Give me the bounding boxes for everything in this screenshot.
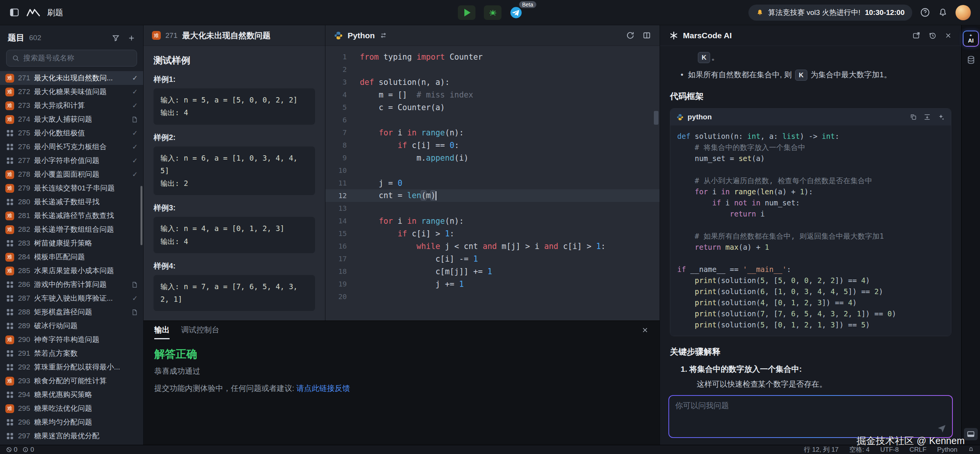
sidebar-actions	[112, 34, 136, 42]
problem-list-item[interactable]: 难281最长递减路径节点数查找	[0, 209, 143, 223]
sample-label: 样例4:	[154, 261, 315, 271]
run-button[interactable]	[458, 5, 475, 20]
telegram-button[interactable]	[510, 7, 522, 19]
cursor-position[interactable]: 行 12, 列 17	[804, 445, 839, 454]
problem-list-item[interactable]: 难273最大异或和计算✓	[0, 99, 143, 112]
problem-list-item[interactable]: 难293粮食分配的可能性计算	[0, 374, 143, 388]
history-icon[interactable]	[928, 31, 937, 40]
send-icon[interactable]	[937, 423, 947, 433]
problem-list-item[interactable]: 难282最长递增子数组组合问题	[0, 223, 143, 236]
ai-assistant-button[interactable]: ✦ AI	[963, 31, 979, 47]
problem-number: 297	[18, 432, 30, 440]
bug-icon	[488, 8, 497, 17]
code-text: c = Counter(a)	[360, 103, 445, 112]
split-view-button[interactable]	[642, 31, 651, 40]
code-line: 17 c[i] -= 1	[325, 252, 660, 265]
code-line: 7 for i in range(n):	[325, 126, 660, 139]
problem-list-item[interactable]: 289破冰行动问题	[0, 319, 143, 333]
problem-grid-icon	[5, 129, 14, 138]
problem-list-item[interactable]: 291禁若点方案数	[0, 347, 143, 360]
problem-list-item[interactable]: 276最小周长巧克力板组合✓	[0, 140, 143, 154]
problem-list-item[interactable]: 294糖果优惠购买策略	[0, 388, 143, 402]
switch-language-icon[interactable]	[379, 31, 387, 39]
problem-list-item[interactable]: 难279最长连续交替01子串问题	[0, 181, 143, 195]
debug-button[interactable]	[484, 5, 501, 20]
help-button[interactable]	[920, 7, 930, 18]
problem-list-item[interactable]: 难290神奇字符串构造问题	[0, 333, 143, 347]
code-editor[interactable]: 1from typing import Counter2 3def soluti…	[325, 46, 660, 321]
problem-list-item[interactable]: 275最小化数组极值✓	[0, 126, 143, 140]
beta-badge: Beta	[519, 1, 536, 8]
check-icon: ✓	[132, 129, 138, 137]
event-banner[interactable]: 算法竞技赛 vol3 火热进行中! 10:30-12:00	[748, 5, 912, 21]
sidebar-title: 题目	[8, 32, 24, 44]
problem-list-item[interactable]: 288矩形棋盘路径问题	[0, 305, 143, 319]
ai-prompt-box[interactable]	[668, 395, 953, 438]
tab-output[interactable]: 输出	[154, 321, 170, 339]
problem-list-item[interactable]: 292算珠重新分配以获得最小...	[0, 360, 143, 374]
problem-list-item[interactable]: 286游戏中的伤害计算问题	[0, 278, 143, 291]
problem-list-item[interactable]: 难272最大化糖果美味值问题✓	[0, 85, 143, 99]
problem-list-item[interactable]: 287火车驶入驶出顺序验证...✓	[0, 291, 143, 305]
search-box[interactable]	[6, 50, 137, 67]
problem-list-item[interactable]: 283树苗健康提升策略	[0, 236, 143, 250]
filter-button[interactable]	[112, 34, 120, 42]
sidebar-toggle-button[interactable]	[9, 7, 20, 18]
ai-code[interactable]: def solution(n: int, a: list) -> int: # …	[670, 125, 951, 336]
problem-title: 糖果均匀分配问题	[34, 417, 138, 427]
telegram-icon	[510, 7, 522, 19]
problem-list-item[interactable]: 297糖果迷宫的最优分配	[0, 429, 143, 443]
ai-chip-label: AI	[968, 37, 974, 44]
problem-title: 最长递减子数组寻找	[34, 197, 138, 207]
toggle-bottom-panel-button[interactable]	[964, 428, 978, 440]
code-line: 18 c[m[j]] += 1	[325, 265, 660, 278]
line-number: 13	[325, 204, 360, 212]
problem-title: 最小覆盖圆面积问题	[34, 169, 128, 179]
editor-scrollbar[interactable]	[654, 111, 658, 125]
problem-list-item[interactable]: 难295糖果吃法优化问题	[0, 402, 143, 415]
close-output-button[interactable]	[641, 326, 649, 334]
right-icon-strip: ✦ AI	[961, 25, 980, 445]
problem-list-item[interactable]: 难274最大敌人捕获问题	[0, 112, 143, 126]
step-item: 1. 将集合中的数字放入一个集合中:	[670, 364, 951, 374]
problem-title: 破冰行动问题	[34, 321, 138, 331]
editor-header-actions	[626, 31, 651, 40]
sample-line: 输入: n = 5, a = [5, 0, 0, 2, 2]	[160, 94, 308, 106]
problem-list-item[interactable]: 280最长递减子数组寻找	[0, 195, 143, 209]
feedback-link[interactable]: 请点此链接反馈	[296, 384, 350, 392]
ai-conversation: K。 如果所有自然数都在集合中, 则 K 为集合中最大数字加1。 代码框架 py…	[660, 46, 961, 389]
rewards-icon[interactable]	[966, 55, 976, 65]
search-input[interactable]	[23, 54, 131, 62]
reset-code-button[interactable]	[626, 31, 635, 40]
problem-list-item[interactable]: 277最小字符串价值问题✓	[0, 154, 143, 168]
problem-list-item[interactable]: 难284模板串匹配问题	[0, 250, 143, 264]
sidebar-scrollbar[interactable]	[140, 186, 142, 245]
apply-code-icon[interactable]	[937, 113, 945, 121]
ai-code-line: num_set = set(a)	[677, 153, 944, 164]
problem-grid-icon	[5, 156, 14, 165]
ai-partial-line: K。	[670, 52, 951, 63]
problem-list-item[interactable]: 296糖果均匀分配问题	[0, 415, 143, 429]
ai-prompt-input[interactable]	[675, 400, 946, 424]
problem-grid-icon	[5, 418, 14, 427]
user-avatar[interactable]	[956, 5, 971, 20]
code-line: 15 if c[i] > 1:	[325, 227, 660, 240]
problem-grid-icon	[5, 294, 14, 303]
problem-list-item[interactable]: 难285水果店果篮最小成本问题	[0, 264, 143, 278]
problem-list-item[interactable]: 难271最大化未出现自然数问...✓	[0, 71, 143, 85]
close-ai-panel-button[interactable]	[944, 31, 952, 40]
watermark: 掘金技术社区 @ Kennem	[857, 434, 965, 447]
error-count[interactable]: 0	[6, 446, 17, 454]
workspace-top: 难 271 最大化未出现自然数问题 测试样例 样例1:输入: n = 5, a …	[144, 25, 660, 321]
copy-code-icon[interactable]	[910, 113, 917, 121]
notification-button[interactable]	[938, 8, 948, 18]
info-count[interactable]: 0	[23, 446, 34, 454]
add-problem-button[interactable]	[127, 34, 136, 42]
statusbar-bell-icon[interactable]	[968, 447, 974, 452]
tab-debug-console[interactable]: 调试控制台	[181, 321, 219, 339]
event-time: 10:30-12:00	[865, 8, 905, 17]
problem-list-item[interactable]: 难278最小覆盖圆面积问题✓	[0, 168, 143, 181]
code-line: 5 c = Counter(a)	[325, 101, 660, 114]
insert-code-icon[interactable]	[923, 113, 931, 121]
open-in-window-icon[interactable]	[912, 31, 921, 40]
